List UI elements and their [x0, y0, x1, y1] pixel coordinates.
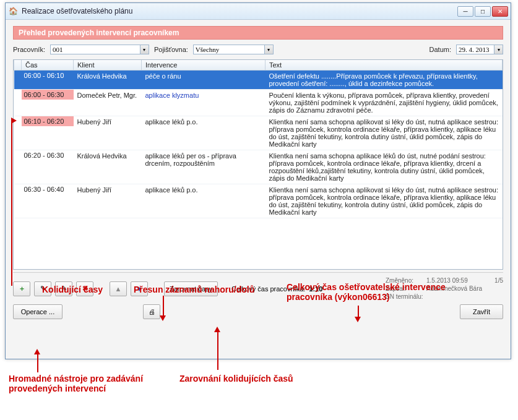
arrow-line — [163, 296, 164, 317]
window-title: Realizace ošetřovatelského plánu — [22, 7, 457, 15]
titlebar[interactable]: 🏠 Realizace ošetřovatelského plánu ─ □ ✕ — [6, 3, 511, 20]
chevron-down-icon[interactable]: ▾ — [494, 45, 503, 54]
filter-bar: Pracovník: ▾ Pojišťovna: ▾ Datum: ▾ — [13, 45, 503, 54]
col-intervention[interactable]: Intervence — [142, 60, 265, 71]
time-cell: 06:00 - 06:10 — [22, 71, 74, 80]
maximize-button[interactable]: □ — [475, 6, 491, 17]
row-handle[interactable] — [14, 90, 22, 116]
text-cell: Poučení klienta k výkonu, příprava pomůc… — [265, 90, 503, 116]
annotation-ops: Hromadné nástroje pro zadávání provedený… — [9, 374, 145, 393]
intervention-cell: péče o ránu — [142, 71, 265, 90]
row-handle[interactable] — [14, 184, 22, 218]
row-handle[interactable] — [14, 150, 22, 184]
text-cell: Klientka není sama schopna aplikovat si … — [265, 184, 503, 218]
worker-label: Pracovník: — [13, 46, 45, 53]
insurer-input[interactable] — [193, 45, 274, 54]
client-cell: Hubený Jiří — [74, 116, 142, 150]
insurer-label: Pojišťovna: — [154, 46, 188, 53]
table-row[interactable]: 06:30 - 06:40Hubený Jiříaplikace léků p.… — [14, 184, 503, 218]
annotation-move: Přesun záznamů nahoru/dolů — [134, 285, 254, 294]
col-text[interactable]: Text — [265, 60, 503, 71]
intervention-cell: aplikace léků per os - příprava drcením,… — [142, 150, 265, 184]
arrow-head-icon — [214, 327, 220, 332]
insurer-select[interactable]: ▾ — [193, 45, 274, 54]
intervention-cell: aplikace léků p.o. — [142, 116, 265, 150]
col-time[interactable]: Čas — [22, 60, 74, 71]
table-row[interactable]: 06:10 - 06:20Hubený Jiříaplikace léků p.… — [14, 116, 503, 150]
table-row[interactable]: 06:00 - 06:30Domeček Petr, Mgr.aplikace … — [14, 90, 503, 116]
plus-icon: ＋ — [19, 284, 25, 293]
time-cell: 06:20 - 06:30 — [22, 150, 74, 160]
arrow-line — [37, 354, 38, 372]
arrow-up-icon: ▲ — [115, 285, 122, 293]
minimize-button[interactable]: ─ — [457, 6, 473, 17]
app-window: 🏠 Realizace ošetřovatelského plánu ─ □ ✕… — [5, 2, 511, 359]
date-label: Datum: — [430, 46, 451, 53]
arrow-line — [11, 120, 12, 286]
text-cell: Klientka není sama schopna aplikace léků… — [265, 150, 503, 184]
time-cell: 06:30 - 06:40 — [22, 184, 74, 194]
close-button[interactable]: ✕ — [492, 6, 508, 17]
chevron-down-icon[interactable]: ▾ — [264, 45, 273, 54]
intervention-cell: aplikace léků p.o. — [142, 184, 265, 218]
arrow-head-icon — [34, 349, 40, 354]
annotation-total: Celkový čas ošetřovatelské intervence pr… — [287, 282, 491, 302]
printer-icon: 🖨 — [149, 308, 155, 315]
arrow-line — [358, 306, 359, 318]
annotation-align: Zarovnání kolidujících časů — [179, 374, 293, 384]
window-body: Přehled provedených intervencí pracovník… — [6, 20, 511, 324]
intervention-link[interactable]: aplikace klyzmatu — [145, 92, 199, 99]
grid-header: Čas Klient Intervence Text — [14, 60, 503, 71]
text-cell: Ošetření defektu ........Příprava pomůce… — [265, 71, 503, 90]
operations-button[interactable]: Operace ... — [13, 304, 63, 319]
date-picker[interactable]: ▾ — [456, 45, 503, 54]
close-button-bottom[interactable]: Zavřít — [460, 304, 503, 319]
page-indicator: 1/5 — [494, 276, 503, 285]
chevron-down-icon[interactable]: ▾ — [140, 45, 149, 54]
client-cell: Králová Hedvika — [74, 71, 142, 90]
worker-input[interactable] — [50, 45, 149, 54]
col-handle[interactable] — [14, 60, 22, 71]
worker-select[interactable]: ▾ — [50, 45, 149, 54]
row-handle[interactable] — [14, 71, 22, 90]
arrow-line — [217, 332, 218, 370]
client-cell: Hubený Jiří — [74, 184, 142, 218]
table-row[interactable]: 06:00 - 06:10Králová Hedvikapéče o ránuO… — [14, 71, 503, 90]
time-cell: 06:00 - 06:30 — [22, 90, 74, 100]
intervention-grid[interactable]: Čas Klient Intervence Text 06:00 - 06:10… — [13, 59, 503, 270]
intervention-cell: aplikace klyzmatu — [142, 90, 265, 116]
move-up-button[interactable]: ▲ — [110, 281, 127, 296]
arrow-head-icon — [355, 317, 361, 322]
text-cell: Klientka není sama schopna aplikovat si … — [265, 116, 503, 150]
annotation-conflict: Kolidující časy — [42, 285, 103, 294]
add-button[interactable]: ＋ — [13, 281, 30, 296]
arrow-head-icon — [11, 118, 17, 124]
app-icon: 🏠 — [8, 6, 18, 16]
table-row[interactable]: 06:20 - 06:30Králová Hedvikaaplikace lék… — [14, 150, 503, 184]
print-button[interactable]: 🖨 — [143, 304, 160, 319]
time-cell: 06:10 - 06:20 — [22, 116, 74, 126]
client-cell: Domeček Petr, Mgr. — [74, 90, 142, 116]
section-title: Přehled provedených intervencí pracovník… — [13, 26, 503, 40]
bottom-bar: Operace ... 🖨 Zavřít — [13, 301, 503, 319]
client-cell: Králová Hedvika — [74, 150, 142, 184]
col-client[interactable]: Klient — [74, 60, 142, 71]
arrow-head-icon — [160, 315, 166, 321]
